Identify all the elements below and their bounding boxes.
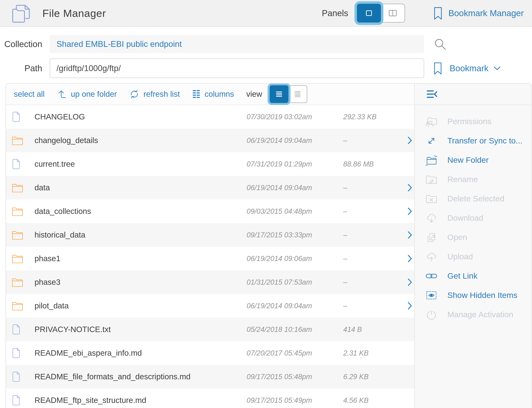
folder-icon: [12, 135, 23, 145]
action-delete: Delete Selected: [415, 189, 531, 208]
chevron-right-icon[interactable]: [407, 278, 414, 286]
new-folder-icon: [425, 154, 438, 166]
file-row[interactable]: phase1 06/19/2014 09:06am –: [6, 247, 414, 270]
file-size: –: [343, 136, 407, 144]
action-upload: Upload: [415, 247, 531, 266]
view-toggle: [270, 85, 307, 103]
refresh-list-button[interactable]: refresh list: [129, 89, 180, 99]
file-row[interactable]: CHANGELOG 07/30/2019 03:02am 292.33 KB: [6, 105, 414, 129]
list-toolbar: select all up one folder refresh list co…: [6, 84, 414, 105]
single-pane-icon: [364, 9, 374, 17]
file-row[interactable]: README_ebi_aspera_info.md 07/20/2017 05:…: [6, 341, 414, 365]
file-row[interactable]: current.tree 07/31/2019 01:29pm 88.86 MB: [6, 152, 414, 176]
path-label: Path: [0, 63, 42, 73]
chevron-down-icon: [493, 66, 501, 71]
action-label: Download: [447, 213, 483, 222]
file-modified-date: 05/24/2018 10:16am: [247, 325, 343, 333]
file-row[interactable]: README_file_formats_and_descriptions.md …: [6, 365, 414, 389]
action-label: Upload: [447, 252, 473, 261]
file-name: phase3: [29, 278, 247, 287]
panels-label: Panels: [322, 8, 348, 18]
columns-button[interactable]: columns: [192, 89, 234, 99]
file-name: data: [29, 183, 247, 192]
file-modified-date: 09/17/2015 05:49pm: [247, 396, 343, 404]
action-label: Transfer or Sync to...: [447, 136, 523, 145]
file-icon: [12, 371, 21, 382]
collapse-sidebar-icon[interactable]: [426, 89, 438, 99]
chevron-right-icon: [407, 113, 414, 121]
file-modified-date: 07/31/2019 01:29pm: [247, 160, 343, 168]
chevron-right-icon: [407, 373, 414, 381]
file-list: CHANGELOG 07/30/2019 03:02am 292.33 KB c…: [6, 105, 414, 408]
list-view-button[interactable]: [270, 85, 288, 103]
file-row[interactable]: phase3 01/31/2015 07:53am –: [6, 270, 414, 294]
action-new-folder[interactable]: New Folder: [415, 150, 531, 170]
bookmark-dropdown[interactable]: Bookmark: [433, 62, 501, 75]
detail-view-button[interactable]: [288, 85, 307, 103]
file-name: README_file_formats_and_descriptions.md: [29, 372, 247, 381]
transfer-icon: [425, 136, 438, 146]
file-row[interactable]: historical_data 09/17/2015 03:33pm –: [6, 223, 414, 247]
chevron-right-icon[interactable]: [407, 302, 414, 310]
action-get-link[interactable]: Get Link: [415, 266, 531, 286]
list-view-icon: [275, 90, 283, 98]
path-input[interactable]: [50, 59, 424, 78]
single-panel-button[interactable]: [357, 4, 381, 23]
action-show-hidden[interactable]: Show Hidden Items: [415, 286, 531, 305]
chevron-right-icon: [407, 325, 414, 333]
file-icon: [12, 324, 21, 335]
file-manager-panel: select all up one folder refresh list co…: [6, 83, 532, 408]
file-modified-date: 06/19/2014 09:06am: [247, 255, 343, 263]
action-manage-activation: Manage Activation: [415, 305, 531, 324]
folder-icon: [12, 277, 23, 287]
file-row[interactable]: pilot_data 06/19/2014 09:04am –: [6, 294, 414, 318]
action-label: Delete Selected: [447, 194, 504, 203]
chevron-right-icon: [407, 349, 414, 357]
file-row[interactable]: README_ftp_site_structure.md 09/17/2015 …: [6, 389, 414, 408]
action-label: Rename: [447, 175, 478, 184]
file-name: CHANGELOG: [29, 112, 247, 121]
action-label: Get Link: [447, 271, 477, 280]
select-all-button[interactable]: select all: [14, 90, 44, 99]
folder-icon: [12, 254, 23, 264]
file-size: 414 B: [343, 325, 407, 333]
file-name: data_collections: [29, 207, 247, 216]
file-row[interactable]: data_collections 09/03/2015 04:48pm –: [6, 199, 414, 223]
file-modified-date: 07/30/2019 03:02am: [247, 113, 343, 121]
chevron-right-icon[interactable]: [407, 184, 414, 192]
file-modified-date: 09/17/2015 03:33pm: [247, 231, 343, 239]
file-row[interactable]: changelog_details 06/19/2014 09:04am –: [6, 129, 414, 152]
file-row[interactable]: data 06/19/2014 09:04am –: [6, 176, 414, 199]
file-modified-date: 09/03/2015 04:48pm: [247, 207, 343, 215]
action-transfer[interactable]: Transfer or Sync to...: [415, 131, 531, 150]
header-right: Panels Bookmark Manager: [322, 4, 524, 23]
open-icon: [425, 232, 438, 243]
collection-field[interactable]: Shared EMBL-EBI public endpoint: [50, 35, 424, 53]
refresh-icon: [129, 89, 140, 99]
columns-icon: [192, 89, 201, 99]
file-modified-date: 09/17/2015 05:48pm: [247, 373, 343, 381]
collection-label: Collection: [0, 39, 42, 49]
panels-toggle: [357, 4, 405, 23]
action-open: Open: [415, 228, 531, 247]
chevron-right-icon[interactable]: [407, 231, 414, 239]
action-label: Manage Activation: [447, 310, 513, 319]
manage-activation-icon: [425, 309, 438, 320]
bookmark-manager-icon: [433, 7, 443, 20]
chevron-right-icon[interactable]: [407, 136, 414, 144]
collection-value: Shared EMBL-EBI public endpoint: [56, 39, 182, 49]
chevron-right-icon: [407, 160, 414, 168]
up-one-folder-icon: [57, 89, 67, 99]
up-one-folder-button[interactable]: up one folder: [57, 89, 117, 99]
file-size: –: [343, 278, 407, 286]
file-row[interactable]: PRIVACY-NOTICE.txt 05/24/2018 10:16am 41…: [6, 318, 414, 341]
file-modified-date: 06/19/2014 09:04am: [247, 136, 343, 144]
bookmark-manager-link[interactable]: Bookmark Manager: [448, 8, 524, 18]
search-icon[interactable]: [433, 37, 447, 51]
chevron-right-icon[interactable]: [407, 207, 414, 215]
file-size: 292.33 KB: [343, 113, 407, 121]
chevron-right-icon[interactable]: [407, 255, 414, 263]
action-rename: Rename: [415, 170, 531, 189]
file-size: 4.56 KB: [343, 396, 407, 404]
dual-panel-button[interactable]: [381, 4, 405, 23]
